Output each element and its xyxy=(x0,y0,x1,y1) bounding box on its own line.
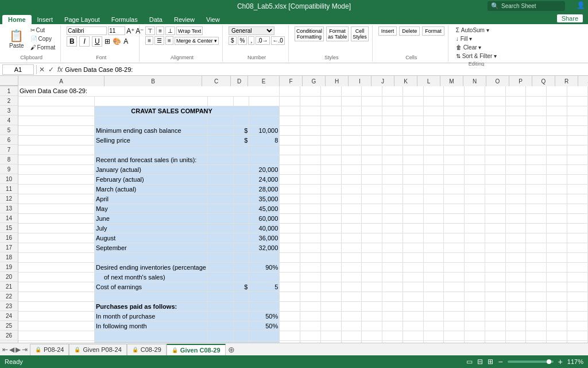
comma-button[interactable]: , xyxy=(248,36,254,45)
row-header-4[interactable]: 4 xyxy=(0,116,18,125)
row-header-27[interactable]: 27 xyxy=(0,340,18,343)
percent-button[interactable]: % xyxy=(238,36,247,45)
cell-e15[interactable]: 40,000 xyxy=(249,223,280,233)
row-header-11[interactable]: 11 xyxy=(0,184,18,194)
col-header-b[interactable]: B xyxy=(105,76,202,86)
zoom-slider[interactable] xyxy=(508,361,554,363)
row-header-8[interactable]: 8 xyxy=(0,155,18,164)
cell-e11[interactable]: 28,000 xyxy=(249,184,280,194)
row-header-14[interactable]: 14 xyxy=(0,213,18,223)
row-header-18[interactable]: 18 xyxy=(0,252,18,262)
row-header-23[interactable]: 23 xyxy=(0,301,18,311)
col-header-h[interactable]: H xyxy=(326,76,349,86)
row-header-7[interactable]: 7 xyxy=(0,145,18,155)
cell-b13[interactable]: May xyxy=(94,204,207,213)
currency-button[interactable]: $ xyxy=(229,36,237,45)
col-header-m[interactable]: M xyxy=(440,76,463,86)
col-header-l[interactable]: L xyxy=(417,76,440,86)
cell-b24[interactable]: In month of purchase xyxy=(94,311,207,321)
cell-b15[interactable]: July xyxy=(94,223,207,233)
cell-e21[interactable]: 5 xyxy=(249,282,280,292)
col-header-s[interactable]: S xyxy=(578,76,588,86)
row-header-16[interactable]: 16 xyxy=(0,233,18,243)
col-header-e[interactable]: E xyxy=(248,76,280,86)
add-sheet-button[interactable]: ⊕ xyxy=(228,345,235,354)
zoom-out-button[interactable]: − xyxy=(498,357,502,366)
insert-function-icon[interactable]: fx xyxy=(57,66,63,74)
cell-b10[interactable]: February (actual) xyxy=(94,174,207,184)
merge-center-button[interactable]: Merge & Center ▾ xyxy=(175,37,219,45)
cell-e5[interactable]: 10,000 xyxy=(249,125,280,135)
cell-a3[interactable] xyxy=(18,106,94,116)
cell-b3[interactable]: CRAVAT SALES COMPANY xyxy=(94,106,249,116)
row-header-12[interactable]: 12 xyxy=(0,194,18,204)
fill-color-icon[interactable]: 🎨 xyxy=(113,37,121,45)
col-header-i[interactable]: I xyxy=(349,76,372,86)
tab-page-layout[interactable]: Page Layout xyxy=(59,15,106,24)
row-header-25[interactable]: 25 xyxy=(0,321,18,331)
col-header-f[interactable]: F xyxy=(280,76,303,86)
cell-e19[interactable]: 90% xyxy=(249,262,280,272)
first-tab-btn[interactable]: ⇤ xyxy=(2,346,8,354)
format-painter-button[interactable]: 🖌 Format xyxy=(29,44,57,51)
tab-insert[interactable]: Insert xyxy=(32,15,59,24)
cell-d6[interactable]: $ xyxy=(233,135,249,145)
paste-button[interactable]: 📋 Paste xyxy=(6,28,28,50)
row-header-20[interactable]: 20 xyxy=(0,272,18,282)
cell-b12[interactable]: April xyxy=(94,194,207,204)
font-family-input[interactable] xyxy=(67,26,107,35)
cut-button[interactable]: ✂ Cut xyxy=(29,26,57,34)
cell-e16[interactable]: 36,000 xyxy=(249,233,280,243)
cell-d5[interactable]: $ xyxy=(233,125,249,135)
number-format-select[interactable]: General Number Currency Percentage xyxy=(229,26,274,35)
underline-button[interactable]: U xyxy=(92,36,102,47)
cell-e14[interactable]: 60,000 xyxy=(249,213,280,223)
confirm-formula-icon[interactable]: ✓ xyxy=(48,66,54,74)
col-header-j[interactable]: J xyxy=(372,76,394,86)
increase-font-icon[interactable]: A⁺ xyxy=(126,27,134,35)
cell-b6[interactable]: Selling price xyxy=(94,135,207,145)
font-color-icon[interactable]: A xyxy=(123,37,128,45)
cell-a1[interactable]: Given Data Case 08-29: xyxy=(18,86,280,96)
align-top-button[interactable]: ⊤ xyxy=(145,26,155,35)
cell-e12[interactable]: 35,000 xyxy=(249,194,280,204)
font-size-input[interactable] xyxy=(108,26,125,35)
row-header-10[interactable]: 10 xyxy=(0,174,18,184)
prev-tab-btn[interactable]: ◀ xyxy=(9,346,14,354)
col-header-g[interactable]: G xyxy=(303,76,326,86)
row-header-15[interactable]: 15 xyxy=(0,223,18,233)
zoom-in-button[interactable]: + xyxy=(558,357,563,366)
cell-f1[interactable] xyxy=(280,86,300,96)
cell-b14[interactable]: June xyxy=(94,213,207,223)
col-header-r[interactable]: R xyxy=(555,76,578,86)
row-header-5[interactable]: 5 xyxy=(0,125,18,135)
next-tab-btn[interactable]: ▶ xyxy=(16,346,21,354)
cell-e10[interactable]: 24,000 xyxy=(249,174,280,184)
conditional-formatting-button[interactable]: ConditionalFormatting xyxy=(295,26,324,41)
cell-e24[interactable]: 50% xyxy=(249,311,280,321)
decrease-decimal-button[interactable]: ←.0 xyxy=(271,36,285,45)
col-header-p[interactable]: P xyxy=(509,76,532,86)
copy-button[interactable]: 📄 Copy xyxy=(29,35,57,43)
cell-b5[interactable]: Minimum ending cash balance xyxy=(94,125,207,135)
cell-b17[interactable]: September xyxy=(94,243,207,252)
bold-button[interactable]: B xyxy=(67,36,77,47)
align-left-button[interactable]: ≡ xyxy=(145,36,153,45)
row-header-3[interactable]: 3 xyxy=(0,106,18,116)
cell-b8[interactable]: Recent and forecast sales (in units): xyxy=(94,155,207,164)
row-header-1[interactable]: 1 xyxy=(0,86,18,96)
page-layout-view-button[interactable]: ⊟ xyxy=(477,358,483,366)
tab-data[interactable]: Data xyxy=(144,15,168,24)
col-header-d[interactable]: D xyxy=(231,76,248,86)
autosum-button[interactable]: Σ AutoSum ▾ xyxy=(454,26,498,34)
share-button[interactable]: Share xyxy=(556,14,583,23)
align-center-button[interactable]: ☰ xyxy=(154,36,164,45)
sort-filter-button[interactable]: ⇅ Sort & Filter ▾ xyxy=(454,52,498,60)
insert-button[interactable]: Insert xyxy=(378,26,397,36)
col-header-q[interactable]: Q xyxy=(532,76,555,86)
row-header-2[interactable]: 2 xyxy=(0,96,18,106)
border-icon[interactable]: ⊞ xyxy=(105,37,110,45)
sheet-tab-given-p08-24[interactable]: 🔒 Given P08-24 xyxy=(69,344,126,355)
row-header-13[interactable]: 13 xyxy=(0,204,18,213)
cancel-formula-icon[interactable]: ✕ xyxy=(39,66,45,74)
